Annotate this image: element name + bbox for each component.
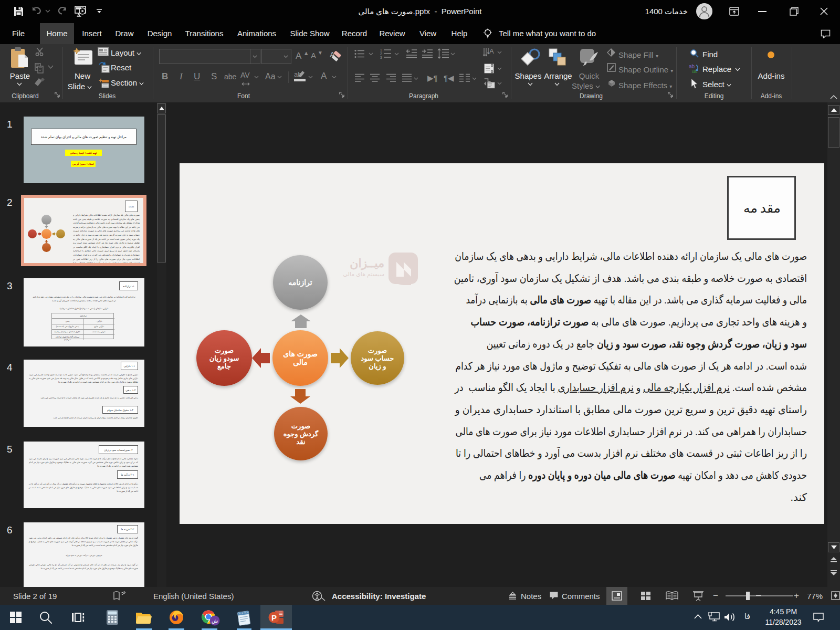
svg-text:3: 3 [380,56,382,59]
svg-text:2: 2 [380,52,382,56]
svg-text:1: 1 [380,48,382,52]
svg-text:ش: ش [212,618,218,624]
svg-text:P: P [271,613,277,622]
svg-text:A: A [489,47,494,55]
